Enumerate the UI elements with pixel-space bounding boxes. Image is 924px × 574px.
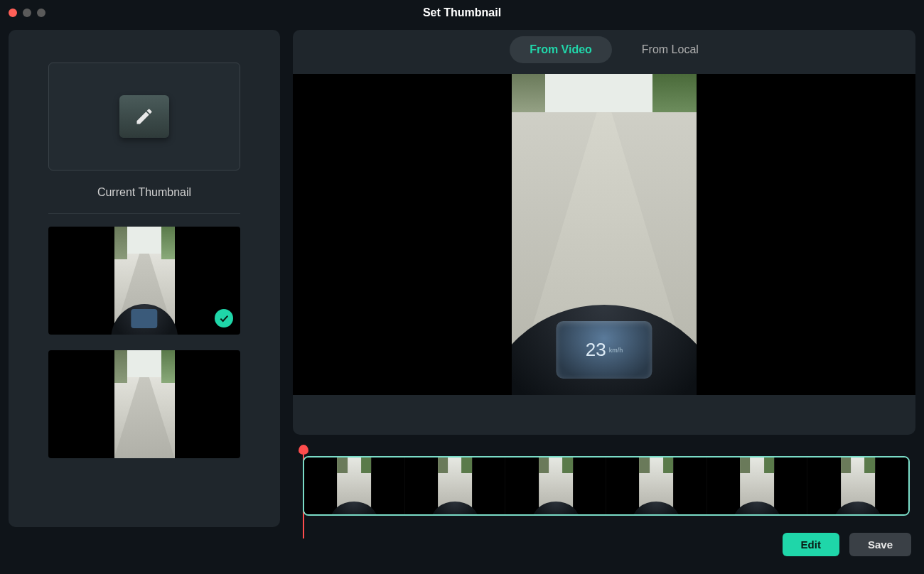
timeline[interactable]	[293, 446, 915, 524]
window-maximize-button[interactable]	[37, 9, 45, 17]
selected-check-icon	[215, 309, 233, 327]
timeline-frame[interactable]	[304, 457, 405, 514]
video-preview: 23 km/h	[293, 74, 915, 395]
current-thumbnail-slot[interactable]	[48, 63, 240, 170]
current-thumbnail-label: Current Thumbnail	[97, 186, 191, 199]
divider	[48, 213, 240, 214]
edit-button[interactable]: Edit	[783, 533, 839, 556]
timeline-frame[interactable]	[505, 457, 606, 514]
window-controls	[9, 9, 45, 17]
window-minimize-button[interactable]	[23, 9, 31, 17]
timeline-frame[interactable]	[606, 457, 707, 514]
window-title: Set Thumbnail	[423, 6, 501, 19]
timeline-frame[interactable]	[405, 457, 506, 514]
thumbnail-option-1[interactable]	[48, 227, 240, 335]
thumbnail-option-2[interactable]	[48, 350, 240, 458]
preview-panel: From Video From Local 23 km/h	[293, 30, 915, 435]
save-button[interactable]: Save	[849, 533, 911, 556]
speedometer-display: 23 km/h	[556, 321, 652, 379]
titlebar: Set Thumbnail	[0, 0, 924, 26]
timeline-frame[interactable]	[707, 457, 808, 514]
source-tabs: From Video From Local	[293, 30, 915, 70]
tab-from-video[interactable]: From Video	[514, 40, 608, 59]
window-close-button[interactable]	[9, 9, 17, 17]
speed-value: 23	[586, 339, 606, 361]
pencil-icon	[119, 95, 169, 138]
action-bar: Edit Save	[293, 533, 915, 556]
tab-from-local[interactable]: From Local	[632, 40, 699, 59]
speed-unit: km/h	[609, 347, 623, 354]
timeline-frame[interactable]	[807, 457, 908, 514]
sidebar: Current Thumbnail	[9, 30, 280, 527]
